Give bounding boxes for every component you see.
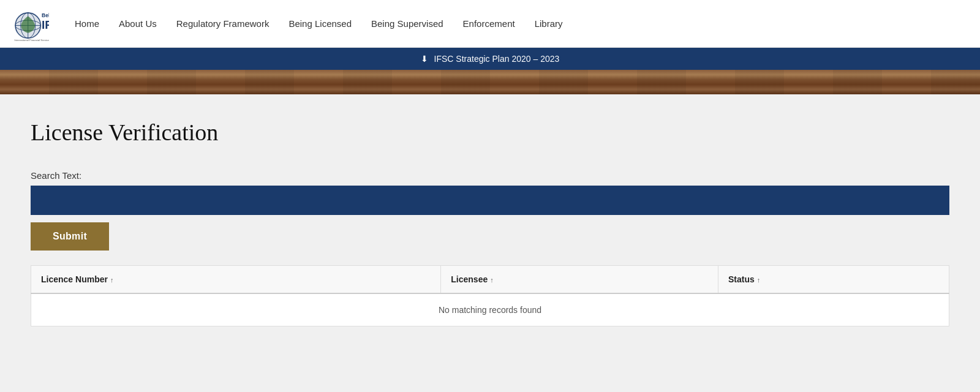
sort-arrow-licence: ↑ — [110, 276, 114, 284]
nav-home[interactable]: Home — [67, 13, 107, 34]
announcement-bar[interactable]: ⬇ IFSC Strategic Plan 2020 – 2023 — [0, 48, 980, 70]
page-title: License Verification — [31, 119, 949, 146]
nav-about-us[interactable]: About Us — [111, 13, 164, 34]
nav-being-licensed[interactable]: Being Licensed — [281, 13, 359, 34]
results-table: Licence Number↑ Licensee↑ Status↑ No mat… — [31, 265, 949, 326]
search-label: Search Text: — [31, 170, 949, 181]
col-licensee[interactable]: Licensee↑ — [441, 266, 718, 294]
table-body: No matching records found — [31, 293, 949, 326]
logo-ifsc-text: IFSC — [42, 18, 49, 31]
logo-belize-text: Belize — [42, 12, 49, 18]
main-content: License Verification Search Text: Submit… — [0, 94, 980, 352]
col-status[interactable]: Status↑ — [718, 266, 949, 294]
site-header: Belize IFSC International Financial Serv… — [0, 0, 980, 48]
site-logo: Belize IFSC International Financial Serv… — [12, 6, 49, 42]
main-nav: Home About Us Regulatory Framework Being… — [67, 13, 570, 34]
nav-enforcement[interactable]: Enforcement — [456, 13, 522, 34]
search-input[interactable] — [31, 186, 949, 215]
search-form: Search Text: Submit — [31, 170, 949, 251]
sort-arrow-status: ↑ — [757, 276, 761, 284]
logo-subtext: International Financial Service Commissi… — [14, 39, 49, 42]
announcement-text: IFSC Strategic Plan 2020 – 2023 — [434, 54, 560, 64]
logo-area: Belize IFSC International Financial Serv… — [12, 6, 49, 42]
nav-library[interactable]: Library — [527, 13, 570, 34]
no-records-row: No matching records found — [31, 293, 949, 326]
submit-button[interactable]: Submit — [31, 222, 109, 251]
nav-being-supervised[interactable]: Being Supervised — [364, 13, 451, 34]
nav-regulatory-framework[interactable]: Regulatory Framework — [169, 13, 277, 34]
no-records-message: No matching records found — [31, 293, 949, 326]
download-icon: ⬇ — [421, 54, 428, 64]
col-licence-number[interactable]: Licence Number↑ — [31, 266, 441, 294]
table-header: Licence Number↑ Licensee↑ Status↑ — [31, 266, 949, 294]
wood-banner — [0, 70, 980, 94]
sort-arrow-licensee: ↑ — [490, 276, 494, 284]
